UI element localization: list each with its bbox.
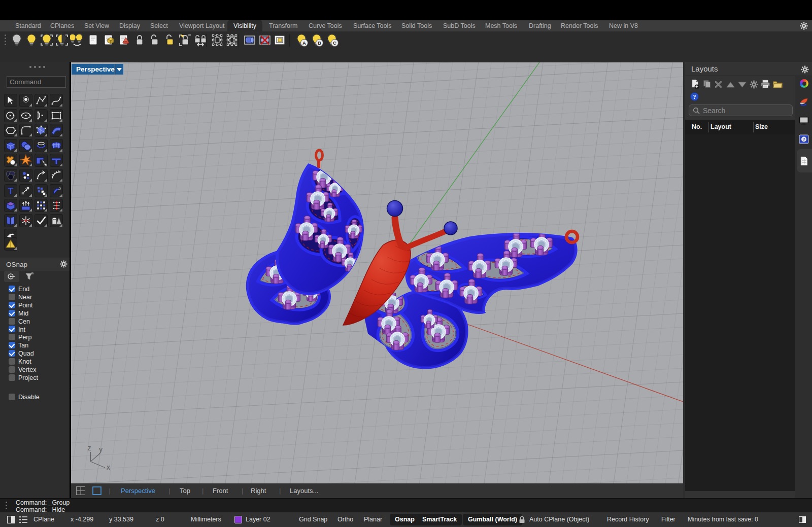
svg-text:?: ? <box>693 93 696 100</box>
svg-text:z: z <box>88 444 91 452</box>
svg-text:y: y <box>99 445 103 453</box>
svg-text:B: B <box>318 40 321 46</box>
svg-text:?: ? <box>803 137 805 142</box>
svg-text:A: A <box>302 40 306 46</box>
svg-text:T: T <box>8 186 14 196</box>
svg-text:x: x <box>107 463 110 471</box>
svg-text:C: C <box>333 40 336 46</box>
